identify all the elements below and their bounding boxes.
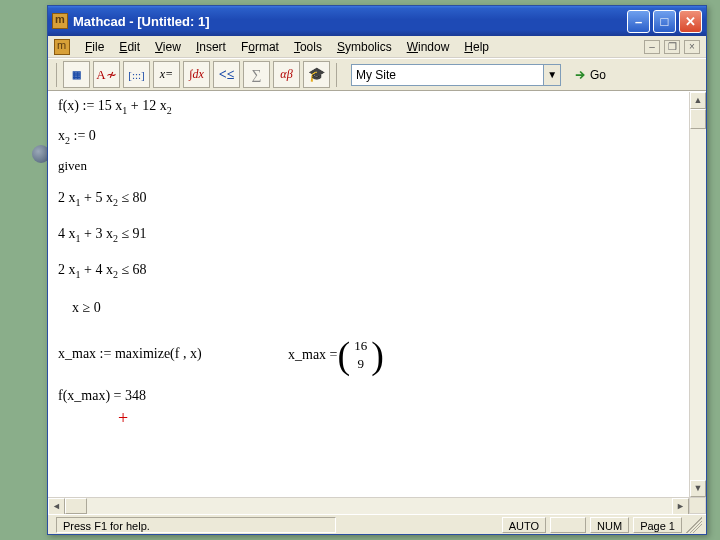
mdi-minimize-button[interactable]: – xyxy=(644,40,660,54)
scroll-right-button[interactable]: ► xyxy=(672,498,689,515)
matrix-toolbar-button[interactable]: [:::] xyxy=(123,61,150,88)
resource-site-dropdown-button[interactable]: ▼ xyxy=(544,64,561,86)
resize-grip-icon[interactable] xyxy=(686,517,702,533)
status-bar: Press F1 for help. AUTO NUM Page 1 xyxy=(48,514,706,534)
status-auto: AUTO xyxy=(502,517,546,533)
greek-toolbar-button[interactable]: αβ xyxy=(273,61,300,88)
math-region-maximize[interactable]: x_max := maximize(f , x) xyxy=(58,346,202,362)
evaluation-toolbar-button[interactable]: x= xyxy=(153,61,180,88)
scroll-thumb-h[interactable] xyxy=(65,498,87,514)
math-region-constraint3[interactable]: 2 x1 + 4 x2 ≤ 68 xyxy=(58,262,147,280)
math-region-constraint2[interactable]: 4 x1 + 3 x2 ≤ 91 xyxy=(58,226,147,244)
app-window: Mathcad - [Untitled: 1] – □ ✕ File Edit … xyxy=(47,5,707,535)
horizontal-scrollbar[interactable]: ◄ ► xyxy=(48,497,689,514)
math-region-nonneg[interactable]: x ≥ 0 xyxy=(72,300,101,316)
menu-insert[interactable]: Insert xyxy=(190,38,232,56)
math-toolbar: ▦ A≁ [:::] x= ∫dx <≤ ∑ αβ 🎓 ▼ Go xyxy=(48,58,706,91)
scroll-left-button[interactable]: ◄ xyxy=(48,498,65,515)
title-bar[interactable]: Mathcad - [Untitled: 1] – □ ✕ xyxy=(48,6,706,36)
menu-format[interactable]: Format xyxy=(235,38,285,56)
menu-bar: File Edit View Insert Format Tools Symbo… xyxy=(48,36,706,58)
calculus-toolbar-button[interactable]: ∫dx xyxy=(183,61,210,88)
mdi-restore-button[interactable]: ❐ xyxy=(664,40,680,54)
resource-site-combo: ▼ xyxy=(351,64,561,86)
math-region-fresult[interactable]: f(x_max) = 348 xyxy=(58,388,146,404)
status-num: NUM xyxy=(590,517,629,533)
programming-toolbar-button[interactable]: ∑ xyxy=(243,61,270,88)
work-area: f(x) := 15 x1 + 12 x2 x2 := 0 given 2 x1… xyxy=(48,91,706,497)
insertion-crosshair-icon: + xyxy=(118,408,128,429)
status-blank xyxy=(550,517,586,533)
scroll-up-button[interactable]: ▲ xyxy=(690,92,706,109)
go-arrow-icon xyxy=(574,68,588,82)
scroll-thumb-v[interactable] xyxy=(690,109,706,129)
menu-help[interactable]: Help xyxy=(458,38,495,56)
symbolic-toolbar-button[interactable]: 🎓 xyxy=(303,61,330,88)
menu-tools[interactable]: Tools xyxy=(288,38,328,56)
close-button[interactable]: ✕ xyxy=(679,10,702,33)
maximize-button[interactable]: □ xyxy=(653,10,676,33)
vertical-scrollbar[interactable]: ▲ ▼ xyxy=(689,92,706,497)
document-icon[interactable] xyxy=(54,39,70,55)
menu-window[interactable]: Window xyxy=(401,38,456,56)
app-icon xyxy=(52,13,68,29)
worksheet[interactable]: f(x) := 15 x1 + 12 x2 x2 := 0 given 2 x1… xyxy=(48,92,689,497)
boolean-toolbar-button[interactable]: <≤ xyxy=(213,61,240,88)
go-button[interactable]: Go xyxy=(570,66,610,84)
scroll-track-h[interactable] xyxy=(65,498,672,514)
window-buttons: – □ ✕ xyxy=(627,10,702,33)
calculator-toolbar-button[interactable]: ▦ xyxy=(63,61,90,88)
menu-symbolics[interactable]: Symbolics xyxy=(331,38,398,56)
mdi-buttons: – ❐ × xyxy=(644,40,700,54)
window-title: Mathcad - [Untitled: 1] xyxy=(73,14,627,29)
scroll-down-button[interactable]: ▼ xyxy=(690,480,706,497)
math-region-xmax-result[interactable]: x_max = (169) xyxy=(288,334,384,376)
go-label: Go xyxy=(590,68,606,82)
math-region-objective[interactable]: f(x) := 15 x1 + 12 x2 xyxy=(58,98,172,116)
math-region-x2init[interactable]: x2 := 0 xyxy=(58,128,96,146)
scrollbar-corner xyxy=(689,497,706,514)
math-region-given[interactable]: given xyxy=(58,158,87,174)
scroll-track-v[interactable] xyxy=(690,129,706,480)
menu-file[interactable]: File xyxy=(79,38,110,56)
status-message: Press F1 for help. xyxy=(56,517,336,533)
math-region-constraint1[interactable]: 2 x1 + 5 x2 ≤ 80 xyxy=(58,190,147,208)
mdi-close-button[interactable]: × xyxy=(684,40,700,54)
graph-toolbar-button[interactable]: A≁ xyxy=(93,61,120,88)
resource-site-input[interactable] xyxy=(351,64,544,86)
status-page: Page 1 xyxy=(633,517,682,533)
menu-edit[interactable]: Edit xyxy=(113,38,146,56)
minimize-button[interactable]: – xyxy=(627,10,650,33)
menu-view[interactable]: View xyxy=(149,38,187,56)
